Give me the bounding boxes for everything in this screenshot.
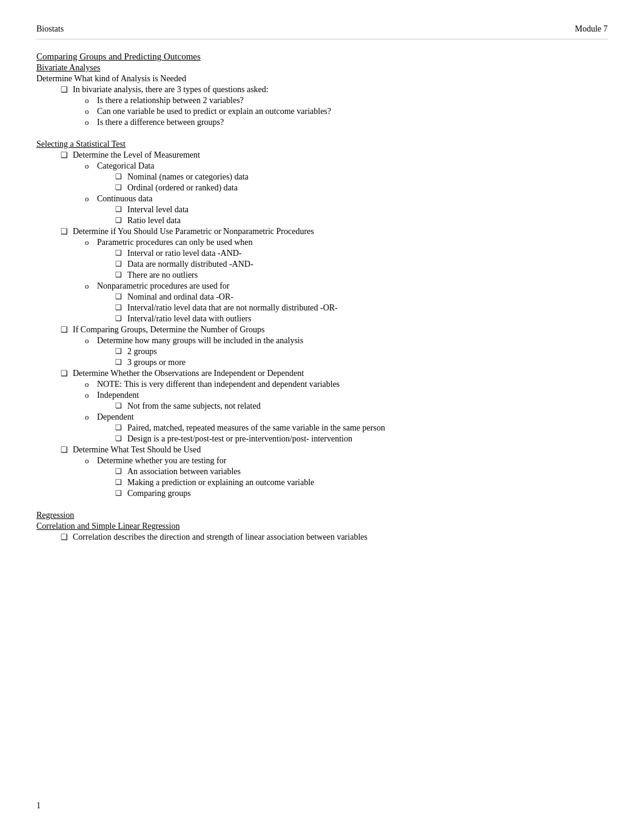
- page: Biostats Module 7 Comparing Groups and P…: [0, 0, 644, 835]
- item-text: Is there a relationship between 2 variab…: [97, 96, 608, 106]
- bullet-icon: ❑: [115, 270, 127, 280]
- bullet-icon: o: [85, 194, 97, 204]
- bullet-icon: ❑: [115, 292, 127, 301]
- list-item: ❑ Determine What Test Should be Used: [61, 445, 608, 455]
- list-item: ❑ Interval or ratio level data -AND-: [115, 249, 608, 258]
- list-item: ❑ 3 groups or more: [115, 358, 608, 367]
- page-number: 1: [36, 801, 41, 811]
- correlation-subheading: Correlation and Simple Linear Regression: [36, 521, 608, 531]
- item-text: Data are normally distributed -AND-: [127, 260, 608, 269]
- list-item: ❑ An association between variables: [115, 467, 608, 477]
- item-text: Determine whether you are testing for: [97, 456, 608, 466]
- determine-analysis-heading: Determine What kind of Analysis is Neede…: [36, 74, 608, 84]
- item-text: Nonparametric procedures are used for: [97, 281, 608, 291]
- list-item: ❑ Ordinal (ordered or ranked) data: [115, 183, 608, 193]
- item-text: Determine Whether the Observations are I…: [73, 369, 608, 378]
- list-item: ❑ Interval level data: [115, 205, 608, 215]
- bullet-icon: ❑: [115, 314, 127, 323]
- list-item: o Independent: [85, 391, 608, 400]
- bullet-icon: ❑: [115, 216, 127, 225]
- list-item: o Categorical Data: [85, 161, 608, 171]
- bullet-icon: ❑: [115, 434, 127, 443]
- item-text: Can one variable be used to predict or e…: [97, 107, 608, 116]
- list-item: o Is there a relationship between 2 vari…: [85, 96, 608, 106]
- bullet-icon: ❑: [61, 150, 73, 160]
- bullet-icon: ❑: [61, 369, 73, 378]
- bullet-icon: o: [85, 238, 97, 247]
- list-item: ❑ 2 groups: [115, 347, 608, 357]
- main-content: Comparing Groups and Predicting Outcomes…: [36, 52, 608, 542]
- list-item: ❑ Nominal (names or categories) data: [115, 172, 608, 182]
- bullet-icon: o: [85, 107, 97, 116]
- bivariate-subtitle: Bivariate Analyses: [36, 63, 608, 73]
- list-item: o Parametric procedures can only be used…: [85, 238, 608, 247]
- item-text: An association between variables: [127, 467, 608, 477]
- item-text: Interval or ratio level data -AND-: [127, 249, 608, 258]
- bullet-icon: ❑: [115, 347, 127, 356]
- bullet-icon: o: [85, 336, 97, 346]
- list-item: ❑ Data are normally distributed -AND-: [115, 260, 608, 269]
- list-item: ❑ Determine if You Should Use Parametric…: [61, 227, 608, 236]
- item-text: Continuous data: [97, 194, 608, 204]
- bullet-icon: ❑: [61, 532, 73, 542]
- list-item: ❑ Comparing groups: [115, 489, 608, 498]
- item-text: There are no outliers: [127, 270, 608, 280]
- bullet-icon: ❑: [115, 423, 127, 432]
- list-item: ❑ Not from the same subjects, not relate…: [115, 401, 608, 411]
- list-item: ❑ Ratio level data: [115, 216, 608, 226]
- list-item: ❑ Nominal and ordinal data -OR-: [115, 292, 608, 302]
- list-item: ❑ In bivariate analysis, there are 3 typ…: [61, 85, 608, 95]
- item-text: Interval level data: [127, 205, 608, 215]
- list-item: ❑ Interval/ratio level data that are not…: [115, 303, 608, 313]
- bullet-icon: ❑: [115, 478, 127, 487]
- item-text: Nominal (names or categories) data: [127, 172, 608, 182]
- list-item: o NOTE: This is very different than inde…: [85, 380, 608, 389]
- bullet-icon: ❑: [115, 183, 127, 192]
- item-text: Categorical Data: [97, 161, 608, 171]
- list-item: ❑ Interval/ratio level data with outlier…: [115, 314, 608, 324]
- item-text: Determine if You Should Use Parametric o…: [73, 227, 608, 236]
- item-text: 2 groups: [127, 347, 608, 357]
- bullet-icon: ❑: [115, 260, 127, 269]
- bullet-icon: ❑: [115, 467, 127, 476]
- list-item: ❑ Design is a pre-test/post-test or pre-…: [115, 434, 608, 444]
- bullet-icon: o: [85, 96, 97, 106]
- selecting-heading: Selecting a Statistical Test: [36, 139, 608, 149]
- item-text: Determine the Level of Measurement: [73, 150, 608, 160]
- header-left: Biostats: [36, 24, 64, 34]
- bullet-icon: o: [85, 118, 97, 127]
- item-text: 3 groups or more: [127, 358, 608, 367]
- list-item: ❑ There are no outliers: [115, 270, 608, 280]
- item-text: Interval/ratio level data with outliers: [127, 314, 608, 324]
- bullet-icon: o: [85, 412, 97, 422]
- list-item: ❑ Making a prediction or explaining an o…: [115, 478, 608, 488]
- item-text: If Comparing Groups, Determine the Numbe…: [73, 325, 608, 335]
- list-item: o Dependent: [85, 412, 608, 422]
- item-text: Design is a pre-test/post-test or pre-in…: [127, 434, 608, 444]
- item-text: Comparing groups: [127, 489, 608, 498]
- list-item: o Determine how many groups will be incl…: [85, 336, 608, 346]
- bullet-icon: ❑: [115, 489, 127, 498]
- list-item: o Continuous data: [85, 194, 608, 204]
- bullet-icon: ❑: [115, 303, 127, 312]
- bullet-icon: ❑: [115, 172, 127, 181]
- item-text: Ordinal (ordered or ranked) data: [127, 183, 608, 193]
- list-item: ❑ Determine the Level of Measurement: [61, 150, 608, 160]
- item-text: Ratio level data: [127, 216, 608, 226]
- item-text: Correlation describes the direction and …: [73, 532, 608, 542]
- regression-heading: Regression: [36, 511, 608, 520]
- list-item: ❑ Correlation describes the direction an…: [61, 532, 608, 542]
- item-text: NOTE: This is very different than indepe…: [97, 380, 608, 389]
- item-text: Determine What Test Should be Used: [73, 445, 608, 455]
- bullet-icon: o: [85, 161, 97, 171]
- bullet-icon: o: [85, 281, 97, 291]
- list-item: ❑ If Comparing Groups, Determine the Num…: [61, 325, 608, 335]
- list-item: o Determine whether you are testing for: [85, 456, 608, 466]
- item-text: In bivariate analysis, there are 3 types…: [73, 85, 608, 95]
- list-item: ❑ Determine Whether the Observations are…: [61, 369, 608, 378]
- item-text: Paired, matched, repeated measures of th…: [127, 423, 608, 433]
- item-text: Not from the same subjects, not related: [127, 401, 608, 411]
- bullet-icon: ❑: [61, 85, 73, 95]
- bullet-icon: o: [85, 391, 97, 400]
- bullet-icon: ❑: [115, 205, 127, 214]
